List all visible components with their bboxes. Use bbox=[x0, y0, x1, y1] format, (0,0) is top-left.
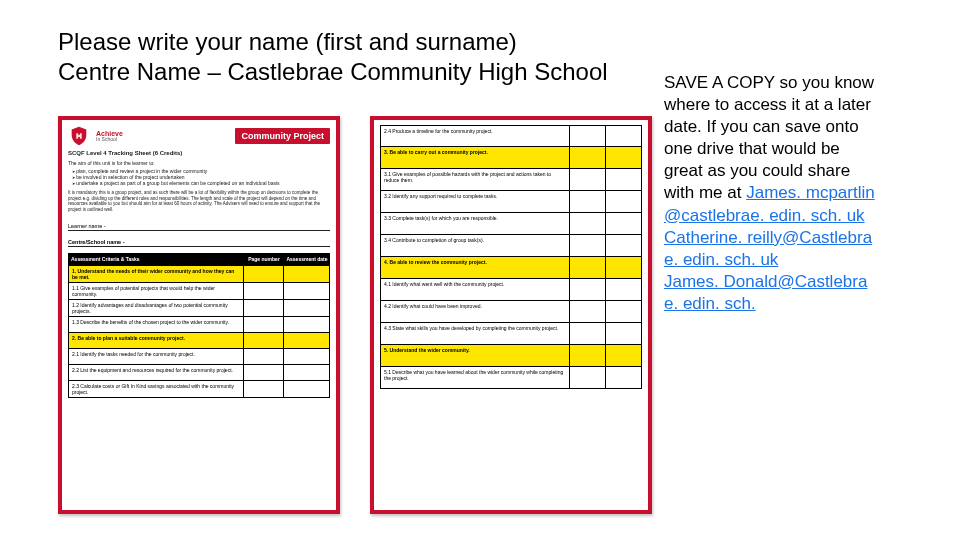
criteria-cell: 4.2 Identify what could have been improv… bbox=[381, 301, 569, 322]
table-row: 3.3 Complete task(s) for which you are r… bbox=[380, 213, 642, 235]
table-row: 3.4 Contribute to completion of group ta… bbox=[380, 235, 642, 257]
page-number-cell[interactable] bbox=[243, 283, 283, 299]
table-row: 2.4 Produce a timeline for the community… bbox=[380, 125, 642, 147]
page-number-cell[interactable] bbox=[569, 301, 605, 322]
assessment-date-cell[interactable] bbox=[605, 147, 641, 168]
table-row: 4. Be able to review the community proje… bbox=[380, 257, 642, 279]
side-note-lead: SAVE A COPY bbox=[664, 73, 775, 92]
email-link-2[interactable]: Catherine. reilly@Castlebrae. edin. sch.… bbox=[664, 228, 872, 269]
assessment-date-cell[interactable] bbox=[283, 333, 329, 348]
page-number-cell[interactable] bbox=[243, 300, 283, 316]
table-row: 3.2 Identify any support required to com… bbox=[380, 191, 642, 213]
shield-icon bbox=[68, 125, 90, 147]
criteria-header-col-2: Page number bbox=[244, 253, 284, 265]
page-number-cell[interactable] bbox=[569, 345, 605, 366]
page-number-cell[interactable] bbox=[243, 317, 283, 332]
page-number-cell[interactable] bbox=[569, 147, 605, 168]
assessment-date-cell[interactable] bbox=[283, 266, 329, 282]
mandatory-paragraph: It is mandatory this is a group project,… bbox=[68, 190, 330, 213]
page-number-cell[interactable] bbox=[243, 349, 283, 364]
assessment-date-cell[interactable] bbox=[283, 300, 329, 316]
assessment-date-cell[interactable] bbox=[605, 301, 641, 322]
criteria-cell: 3.4 Contribute to completion of group ta… bbox=[381, 235, 569, 256]
side-note: SAVE A COPY so you know where to access … bbox=[664, 72, 876, 315]
heading-line-1: Please write your name (first and surnam… bbox=[58, 28, 940, 56]
page2-rows: 2.4 Produce a timeline for the community… bbox=[380, 125, 642, 389]
aim-list: plan, complete and review a project in t… bbox=[72, 168, 330, 186]
scqf-title: SCQF Level 4 Tracking Sheet (6 Credits) bbox=[68, 150, 330, 156]
tracking-sheet-page-2: 2.4 Produce a timeline for the community… bbox=[370, 116, 652, 514]
assessment-date-cell[interactable] bbox=[605, 126, 641, 146]
criteria-cell: 2.3 Calculate costs or Gift In Kind savi… bbox=[69, 381, 243, 397]
criteria-cell: 5. Understand the wider community. bbox=[381, 345, 569, 366]
page-number-cell[interactable] bbox=[243, 266, 283, 282]
page-number-cell[interactable] bbox=[569, 191, 605, 212]
assessment-date-cell[interactable] bbox=[283, 317, 329, 332]
aim-title: The aim of this unit is for the learner … bbox=[68, 160, 330, 166]
page-number-cell[interactable] bbox=[243, 365, 283, 380]
community-project-banner: Community Project bbox=[235, 128, 330, 144]
centre-name-field[interactable]: Centre/School name - bbox=[68, 233, 330, 247]
page-number-cell[interactable] bbox=[569, 235, 605, 256]
assessment-date-cell[interactable] bbox=[605, 345, 641, 366]
page-number-cell[interactable] bbox=[569, 367, 605, 388]
table-row: 2. Be able to plan a suitable community … bbox=[68, 333, 330, 349]
email-link-3[interactable]: James. Donald@Castlebrae. edin. sch. bbox=[664, 272, 867, 313]
assessment-date-cell[interactable] bbox=[605, 279, 641, 300]
criteria-cell: 3.1 Give examples of possible hazards wi… bbox=[381, 169, 569, 190]
table-row: 3.1 Give examples of possible hazards wi… bbox=[380, 169, 642, 191]
table-row: 1.2 Identify advantages and disadvantage… bbox=[68, 300, 330, 317]
logo-row: Achieve In School Community Project bbox=[68, 125, 330, 147]
pages-row: Achieve In School Community Project SCQF… bbox=[58, 116, 652, 514]
criteria-cell: 4.1 Identify what went well with the com… bbox=[381, 279, 569, 300]
page-number-cell[interactable] bbox=[569, 213, 605, 234]
page-number-cell[interactable] bbox=[569, 323, 605, 344]
criteria-cell: 4. Be able to review the community proje… bbox=[381, 257, 569, 278]
assessment-date-cell[interactable] bbox=[605, 367, 641, 388]
assessment-date-cell[interactable] bbox=[605, 213, 641, 234]
assessment-date-cell[interactable] bbox=[283, 349, 329, 364]
page1-rows: 1. Understand the needs of their wider c… bbox=[68, 265, 330, 398]
learner-name-field[interactable]: Learner name - bbox=[68, 217, 330, 231]
table-row: 5.1 Describe what you have learned about… bbox=[380, 367, 642, 389]
logo-text: Achieve In School bbox=[96, 130, 123, 142]
assessment-date-cell[interactable] bbox=[283, 381, 329, 397]
page-number-cell[interactable] bbox=[569, 279, 605, 300]
aim-item: undertake a project as part of a group b… bbox=[72, 180, 330, 186]
page-number-cell[interactable] bbox=[569, 126, 605, 146]
table-row: 1.1 Give examples of potential projects … bbox=[68, 283, 330, 300]
criteria-cell: 2.4 Produce a timeline for the community… bbox=[381, 126, 569, 146]
assessment-date-cell[interactable] bbox=[283, 283, 329, 299]
criteria-cell: 4.3 State what skills you have developed… bbox=[381, 323, 569, 344]
criteria-header-col-3: Assessment date bbox=[284, 253, 330, 265]
table-row: 4.2 Identify what could have been improv… bbox=[380, 301, 642, 323]
criteria-cell: 1.3 Describe the benefits of the chosen … bbox=[69, 317, 243, 332]
assessment-date-cell[interactable] bbox=[605, 257, 641, 278]
table-row: 4.3 State what skills you have developed… bbox=[380, 323, 642, 345]
criteria-header: Assessment Criteria & Tasks Page number … bbox=[68, 253, 330, 265]
criteria-cell: 5.1 Describe what you have learned about… bbox=[381, 367, 569, 388]
page-number-cell[interactable] bbox=[243, 333, 283, 348]
assessment-date-cell[interactable] bbox=[283, 365, 329, 380]
criteria-cell: 2. Be able to plan a suitable community … bbox=[69, 333, 243, 348]
table-row: 1. Understand the needs of their wider c… bbox=[68, 265, 330, 283]
page-number-cell[interactable] bbox=[569, 257, 605, 278]
table-row: 4.1 Identify what went well with the com… bbox=[380, 279, 642, 301]
table-row: 3. Be able to carry out a community proj… bbox=[380, 147, 642, 169]
assessment-date-cell[interactable] bbox=[605, 323, 641, 344]
table-row: 1.3 Describe the benefits of the chosen … bbox=[68, 317, 330, 333]
criteria-cell: 3. Be able to carry out a community proj… bbox=[381, 147, 569, 168]
assessment-date-cell[interactable] bbox=[605, 191, 641, 212]
criteria-cell: 2.1 Identify the tasks needed for the co… bbox=[69, 349, 243, 364]
table-row: 5. Understand the wider community. bbox=[380, 345, 642, 367]
criteria-cell: 1. Understand the needs of their wider c… bbox=[69, 266, 243, 282]
table-row: 2.1 Identify the tasks needed for the co… bbox=[68, 349, 330, 365]
assessment-date-cell[interactable] bbox=[605, 235, 641, 256]
table-row: 2.3 Calculate costs or Gift In Kind savi… bbox=[68, 381, 330, 398]
page-number-cell[interactable] bbox=[243, 381, 283, 397]
page-number-cell[interactable] bbox=[569, 169, 605, 190]
table-row: 2.2 List the equipment and resources req… bbox=[68, 365, 330, 381]
criteria-cell: 2.2 List the equipment and resources req… bbox=[69, 365, 243, 380]
assessment-date-cell[interactable] bbox=[605, 169, 641, 190]
criteria-cell: 3.2 Identify any support required to com… bbox=[381, 191, 569, 212]
